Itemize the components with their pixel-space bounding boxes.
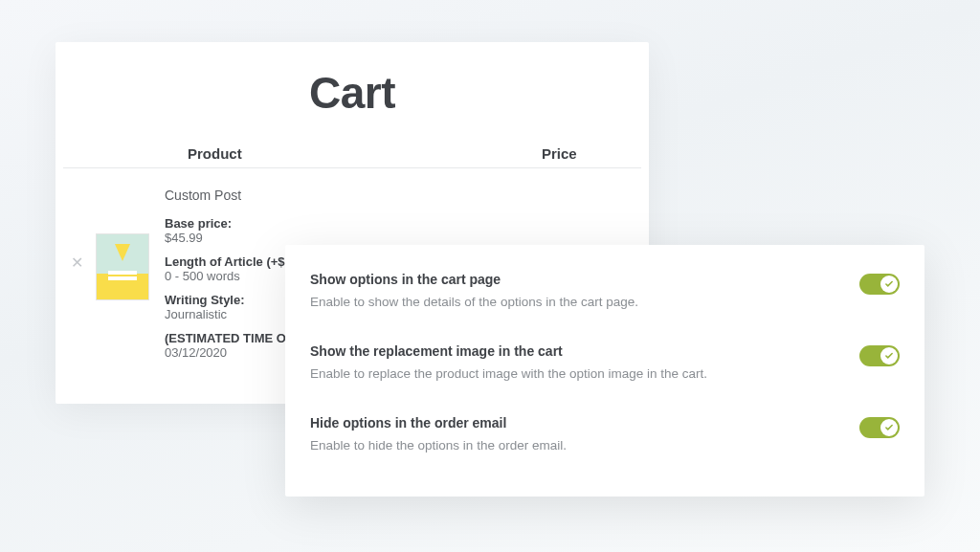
toggle-show-options[interactable] — [859, 274, 900, 295]
cart-table-header: Product Price — [63, 145, 641, 168]
meta-base-price: Base price: $45.99 — [165, 216, 626, 245]
setting-hide-email-options: Hide options in the order email Enable t… — [310, 400, 900, 472]
check-icon — [880, 347, 898, 364]
product-thumbnail[interactable] — [96, 233, 149, 300]
remove-item-button[interactable]: ✕ — [63, 249, 90, 276]
base-price-value: $45.99 — [165, 231, 626, 245]
check-icon — [880, 419, 898, 436]
setting-desc: Enable to show the details of the option… — [310, 295, 859, 309]
setting-desc: Enable to hide the options in the order … — [310, 438, 859, 453]
setting-replace-image: Show the replacement image in the cart E… — [310, 328, 900, 400]
setting-show-options: Show options in the cart page Enable to … — [310, 266, 900, 328]
check-icon — [880, 276, 898, 293]
setting-title: Hide options in the order email — [310, 415, 859, 431]
page-title: Cart — [56, 67, 649, 119]
setting-title: Show options in the cart page — [310, 272, 859, 287]
col-header-product: Product — [188, 145, 542, 162]
toggle-replace-image[interactable] — [859, 345, 900, 366]
product-name[interactable]: Custom Post — [165, 188, 626, 203]
close-icon: ✕ — [71, 254, 83, 272]
settings-card: Show options in the cart page Enable to … — [285, 245, 924, 497]
base-price-label: Base price: — [165, 216, 626, 231]
setting-title: Show the replacement image in the cart — [310, 343, 859, 359]
toggle-hide-email-options[interactable] — [859, 417, 900, 438]
setting-desc: Enable to replace the product image with… — [310, 366, 859, 381]
col-header-price: Price — [542, 145, 618, 162]
